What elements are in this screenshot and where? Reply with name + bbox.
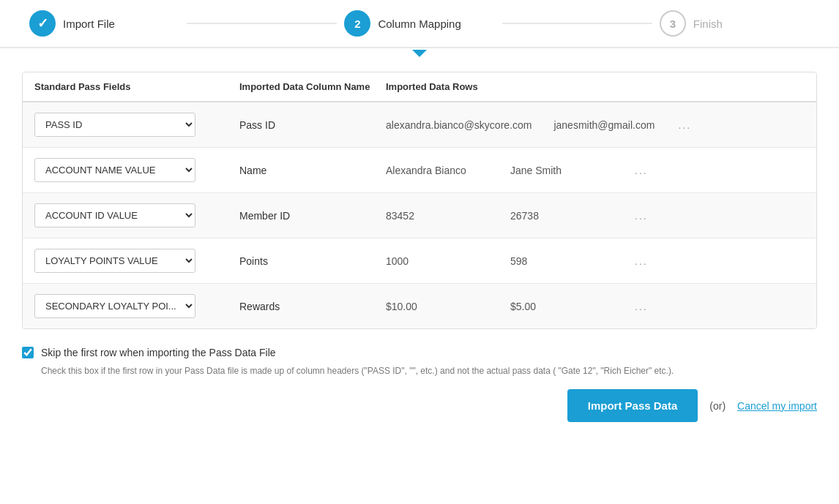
import-pass-data-button[interactable]: Import Pass Data bbox=[567, 389, 698, 422]
step-3-circle: 3 bbox=[660, 10, 686, 37]
column-name-1: Pass ID bbox=[239, 119, 386, 131]
main-content: Standard Pass Fields Imported Data Colum… bbox=[0, 57, 839, 336]
data-value-1b: janesmith@gmail.com bbox=[553, 119, 656, 131]
header-column: Imported Data Column Name bbox=[239, 81, 386, 92]
field-select-cell-2[interactable]: PASS ID ACCOUNT NAME VALUE ACCOUNT ID VA… bbox=[34, 158, 239, 182]
ellipsis-3: ... bbox=[635, 210, 648, 222]
field-select-cell-3[interactable]: PASS ID ACCOUNT NAME VALUE ACCOUNT ID VA… bbox=[34, 203, 239, 227]
stepper: ✓ Import File 2 Column Mapping 3 Finish bbox=[0, 0, 839, 48]
ellipsis-4: ... bbox=[635, 255, 648, 267]
field-select-cell-4[interactable]: PASS ID ACCOUNT NAME VALUE ACCOUNT ID VA… bbox=[34, 249, 239, 273]
skip-row-checkbox-container: Skip the first row when importing the Pa… bbox=[22, 347, 817, 358]
step-2-label: Column Mapping bbox=[378, 18, 460, 30]
arrow-down-icon bbox=[412, 50, 427, 57]
data-rows-2: Alexandra Bianco Jane Smith ... bbox=[386, 165, 805, 176]
data-value-4b: 598 bbox=[510, 255, 613, 267]
header-field: Standard Pass Fields bbox=[34, 81, 239, 92]
table-row: PASS ID ACCOUNT NAME VALUE ACCOUNT ID VA… bbox=[23, 284, 816, 328]
step-1: ✓ Import File bbox=[29, 10, 179, 37]
data-value-4a: 1000 bbox=[386, 255, 488, 267]
table-row: PASS ID ACCOUNT NAME VALUE ACCOUNT ID VA… bbox=[23, 148, 816, 193]
field-select-cell-5[interactable]: PASS ID ACCOUNT NAME VALUE ACCOUNT ID VA… bbox=[34, 294, 239, 318]
step-1-label: Import File bbox=[63, 18, 115, 30]
step-3-label: Finish bbox=[693, 18, 723, 30]
pass-field-select-5[interactable]: PASS ID ACCOUNT NAME VALUE ACCOUNT ID VA… bbox=[34, 294, 195, 318]
step-2-number: 2 bbox=[354, 18, 360, 30]
step-3: 3 Finish bbox=[660, 10, 810, 37]
pass-field-select-1[interactable]: PASS ID ACCOUNT NAME VALUE ACCOUNT ID VA… bbox=[34, 113, 195, 137]
skip-first-row-label: Skip the first row when importing the Pa… bbox=[41, 347, 276, 358]
pass-field-select-3[interactable]: PASS ID ACCOUNT NAME VALUE ACCOUNT ID VA… bbox=[34, 203, 195, 227]
step-1-circle: ✓ bbox=[29, 10, 56, 37]
data-value-5a: $10.00 bbox=[386, 301, 488, 312]
skip-row-hint: Check this box if the first row in your … bbox=[41, 364, 817, 377]
step-2-circle: 2 bbox=[344, 10, 370, 37]
pass-field-select-4[interactable]: PASS ID ACCOUNT NAME VALUE ACCOUNT ID VA… bbox=[34, 249, 195, 273]
action-row: Import Pass Data (or) Cancel my import bbox=[0, 377, 839, 429]
step-connector-2 bbox=[502, 23, 652, 24]
check-icon: ✓ bbox=[37, 15, 48, 31]
data-value-3b: 26738 bbox=[510, 210, 613, 222]
step-arrow bbox=[0, 50, 839, 57]
ellipsis-2: ... bbox=[635, 165, 648, 176]
or-text: (or) bbox=[709, 400, 726, 412]
field-select-cell-1[interactable]: PASS ID ACCOUNT NAME VALUE ACCOUNT ID VA… bbox=[34, 113, 239, 137]
column-name-3: Member ID bbox=[239, 210, 386, 222]
footer: Skip the first row when importing the Pa… bbox=[0, 336, 839, 377]
table-row: PASS ID ACCOUNT NAME VALUE ACCOUNT ID VA… bbox=[23, 102, 816, 148]
data-value-3a: 83452 bbox=[386, 210, 488, 222]
data-rows-1: alexandra.bianco@skycore.com janesmith@g… bbox=[386, 119, 805, 131]
data-rows-5: $10.00 $5.00 ... bbox=[386, 301, 805, 312]
pass-field-select-2[interactable]: PASS ID ACCOUNT NAME VALUE ACCOUNT ID VA… bbox=[34, 158, 195, 182]
ellipsis-1: ... bbox=[678, 119, 691, 131]
header-rows: Imported Data Rows bbox=[386, 81, 805, 92]
data-value-1a: alexandra.bianco@skycore.com bbox=[386, 119, 532, 131]
data-value-2a: Alexandra Bianco bbox=[386, 165, 488, 176]
cancel-import-link[interactable]: Cancel my import bbox=[737, 400, 817, 412]
mapping-table: Standard Pass Fields Imported Data Colum… bbox=[22, 72, 817, 329]
column-name-4: Points bbox=[239, 255, 386, 267]
data-value-2b: Jane Smith bbox=[510, 165, 613, 176]
step-2: 2 Column Mapping bbox=[344, 10, 494, 37]
table-row: PASS ID ACCOUNT NAME VALUE ACCOUNT ID VA… bbox=[23, 193, 816, 238]
table-header: Standard Pass Fields Imported Data Colum… bbox=[23, 72, 816, 102]
ellipsis-5: ... bbox=[635, 301, 648, 312]
table-row: PASS ID ACCOUNT NAME VALUE ACCOUNT ID VA… bbox=[23, 238, 816, 284]
step-connector-1 bbox=[187, 23, 337, 24]
skip-first-row-checkbox[interactable] bbox=[22, 347, 34, 358]
data-value-5b: $5.00 bbox=[510, 301, 613, 312]
column-name-2: Name bbox=[239, 165, 386, 176]
column-name-5: Rewards bbox=[239, 301, 386, 312]
data-rows-4: 1000 598 ... bbox=[386, 255, 805, 267]
data-rows-3: 83452 26738 ... bbox=[386, 210, 805, 222]
step-3-number: 3 bbox=[670, 18, 676, 30]
